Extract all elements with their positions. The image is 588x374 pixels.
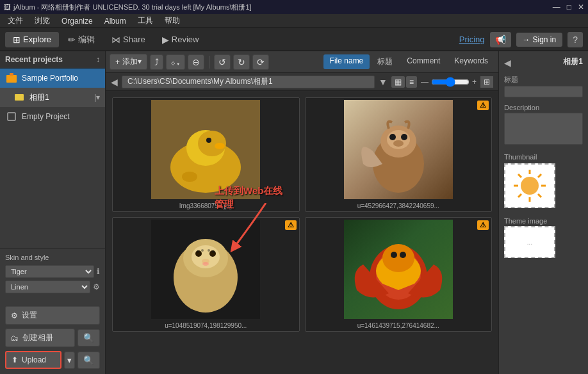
warning-badge-3: ⚠ <box>285 220 297 230</box>
megaphone-button[interactable]: 📢 <box>490 32 511 47</box>
tab-share[interactable]: ⋈ Share <box>104 32 153 47</box>
warning-badge-4: ⚠ <box>477 220 489 230</box>
zoom-slider[interactable] <box>431 77 470 87</box>
remove-button[interactable]: ⊖ <box>188 54 204 70</box>
tab-edit[interactable]: ✏ 编辑 <box>60 31 102 48</box>
thumbnail-box[interactable] <box>504 163 555 208</box>
path-bar: ◀ ▼ ▦ ≡ — + ⊞ <box>106 73 498 91</box>
style-select[interactable]: Linen <box>5 280 90 293</box>
svg-point-29 <box>201 249 204 252</box>
sidebar-bottom-actions: ⚙ 设置 🗂 创建相册 🔍 ⬆ Upload ▾ 🔍 <box>0 301 105 374</box>
sign-in-button[interactable]: → Sign in <box>516 33 563 47</box>
export-button[interactable]: ⤴ <box>150 54 163 70</box>
add-label: 添加▾ <box>122 56 142 67</box>
zoom-out-icon: — <box>421 77 429 86</box>
add-button[interactable]: + 添加▾ <box>110 54 147 70</box>
edit-icon: ✏ <box>68 35 76 45</box>
title-field: 标题 <box>504 75 583 97</box>
zoom-in-icon: + <box>472 77 477 86</box>
tab-review[interactable]: ▶ Review <box>154 32 207 47</box>
sun-thumbnail-icon <box>510 167 549 205</box>
create-album-button[interactable]: 🗂 创建相册 <box>5 329 75 347</box>
explore-icon: ⊞ <box>13 35 20 45</box>
tab-edit-label: 编辑 <box>78 34 95 45</box>
svg-line-45 <box>538 174 541 177</box>
search-button[interactable]: 🔍 <box>78 352 100 369</box>
sidebar-item-sample-portfolio[interactable]: Sample Portfolio <box>0 69 105 88</box>
photo-item-3[interactable]: ⚠ <box>112 217 300 332</box>
nav-tabs: ⊞ Explore ✏ 编辑 ⋈ Share ▶ Review <box>5 31 459 48</box>
skin-select[interactable]: Tiger <box>5 265 94 278</box>
redo-button[interactable]: ↻ <box>233 54 250 70</box>
filter-icon[interactable]: ▼ <box>379 77 388 87</box>
sign-in-label: Sign in <box>533 35 557 44</box>
top-right-area: Pricing 📢 → Sign in ? <box>459 32 583 47</box>
menu-help[interactable]: 帮助 <box>159 14 185 28</box>
skin-style-label: Skin and style <box>5 254 100 261</box>
sidebar-item-album1[interactable]: 相册1 |▾ <box>0 88 105 107</box>
path-back-button[interactable]: ◀ <box>111 77 118 87</box>
minimize-button[interactable]: — <box>553 3 560 12</box>
settings-button[interactable]: ⚙ 设置 <box>5 306 100 325</box>
sort-tabs: File name 标题 Comment Keywords <box>323 54 494 69</box>
top-toolbar: ⊞ Explore ✏ 编辑 ⋈ Share ▶ Review Pricing … <box>0 28 588 51</box>
photo-img-2: ⚠ <box>306 98 492 200</box>
theme-image-field: Theme image ... <box>504 217 583 258</box>
maximize-button[interactable]: □ <box>567 3 571 12</box>
right-panel-title: 相册1 <box>563 56 583 67</box>
pricing-link[interactable]: Pricing <box>459 35 485 44</box>
help-button[interactable]: ? <box>568 32 583 47</box>
close-button[interactable]: ✕ <box>578 3 584 12</box>
list-view-button[interactable]: ≡ <box>406 76 417 88</box>
settings-gear-icon: ⚙ <box>11 311 18 320</box>
tab-explore-label: Explore <box>23 35 51 44</box>
right-panel-collapse-icon[interactable]: ◀ <box>504 58 511 68</box>
menu-browse[interactable]: 浏览 <box>29 14 55 28</box>
sort-keywords-tab[interactable]: Keywords <box>448 54 494 69</box>
thumbnail-field: Thumbnail <box>504 153 583 211</box>
photo-item-2[interactable]: ⚠ <box>305 97 493 212</box>
path-input[interactable] <box>122 76 375 88</box>
description-input[interactable] <box>504 113 583 145</box>
zoom-slider-area: — + <box>421 77 477 87</box>
review-icon: ▶ <box>162 35 169 45</box>
sidebar-search-button[interactable]: 🔍 <box>78 329 100 346</box>
sort-comment-tab[interactable]: Comment <box>400 54 446 69</box>
photo-label-4: u=1461439715,276414682... <box>306 320 492 331</box>
refresh-icon[interactable]: ↕ <box>96 55 100 64</box>
skin-info-icon[interactable]: ℹ <box>97 267 100 276</box>
sort-title-tab[interactable]: 标题 <box>371 54 399 69</box>
photo-item-4[interactable]: ⚠ <box>305 217 493 332</box>
photo-label-1: Img336680797.jpg <box>113 200 299 211</box>
menu-album[interactable]: Album <box>99 15 131 27</box>
svg-point-9 <box>206 138 211 143</box>
photo-item-1[interactable]: Img336680797.jpg <box>112 97 300 212</box>
svg-point-34 <box>382 244 414 272</box>
undo-button[interactable]: ↺ <box>214 54 231 70</box>
title-text: jAlbum - 网络相册制作者 UNLICENSED. 30 trial da… <box>13 3 252 12</box>
menu-tools[interactable]: 工具 <box>133 14 158 28</box>
tab-explore[interactable]: ⊞ Explore <box>5 32 59 47</box>
refresh-content-button[interactable]: ⟳ <box>252 54 269 70</box>
columns-button[interactable]: ⊞ <box>480 76 493 88</box>
title-input[interactable] <box>504 86 583 97</box>
album-expand-icon[interactable]: |▾ <box>94 93 100 102</box>
skin-style-section: Skin and style Tiger ℹ Linen ⚙ <box>0 248 105 301</box>
grid-view-button[interactable]: ▦ <box>391 76 405 88</box>
right-panel-header: ◀ 相册1 <box>504 56 583 69</box>
photo-grid-container: Img336680797.jpg ⚠ <box>106 91 498 374</box>
svg-point-18 <box>393 140 404 147</box>
transform-button[interactable]: ⬦▾ <box>166 54 185 70</box>
separator1 <box>209 56 209 69</box>
upload-button[interactable]: ⬆ Upload <box>5 351 61 369</box>
portfolio-icon <box>5 72 18 85</box>
menu-organize[interactable]: Organize <box>56 15 98 27</box>
photo-grid: Img336680797.jpg ⚠ <box>106 91 498 338</box>
menu-file[interactable]: 文件 <box>3 14 28 28</box>
photo-img-4: ⚠ <box>306 218 492 320</box>
style-settings-icon[interactable]: ⚙ <box>93 282 100 291</box>
upload-dropdown-button[interactable]: ▾ <box>64 352 75 369</box>
sidebar-item-empty-project[interactable]: Empty Project <box>0 107 105 126</box>
sort-filename-tab[interactable]: File name <box>323 54 370 69</box>
theme-image-box[interactable]: ... <box>504 226 555 258</box>
